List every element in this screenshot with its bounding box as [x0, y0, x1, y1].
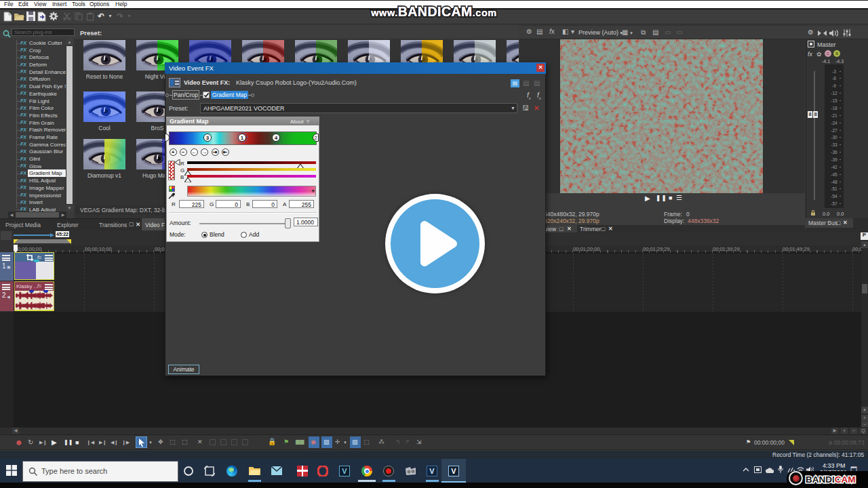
svg-text:BANDICAM: BANDICAM [806, 474, 856, 485]
svg-text:www.BANDICAM.com: www.BANDICAM.com [370, 4, 496, 19]
